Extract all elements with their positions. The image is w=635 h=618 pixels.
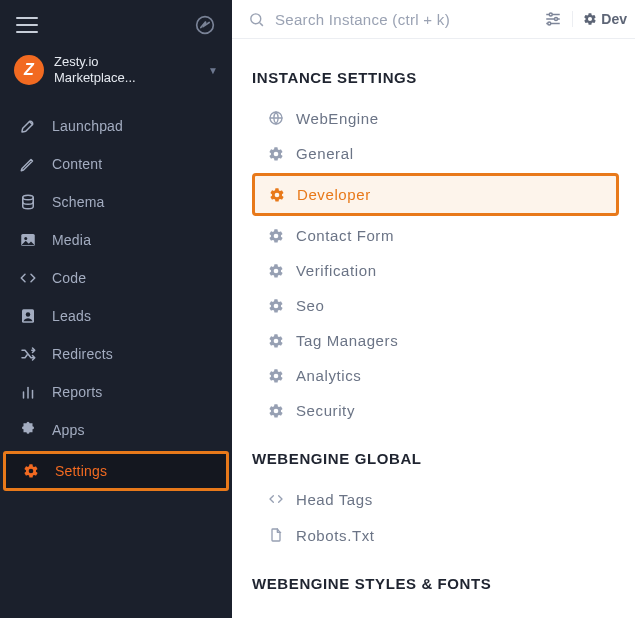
sidebar: Z Zesty.io Marketplace... ▼ LaunchpadCon… (0, 0, 232, 618)
gear-icon (268, 403, 284, 419)
settings-list: Head TagsRobots.Txt (252, 481, 619, 553)
sidebar-item-content[interactable]: Content (0, 145, 232, 183)
svg-point-1 (23, 195, 34, 200)
svg-line-10 (260, 22, 263, 25)
org-logo-icon: Z (14, 55, 44, 85)
settings-item-security[interactable]: Security (252, 393, 619, 428)
sidebar-item-label: Content (52, 156, 102, 172)
hamburger-icon[interactable] (16, 17, 38, 33)
gear-icon (268, 228, 284, 244)
search-input[interactable] (275, 11, 534, 28)
sidebar-item-label: Code (52, 270, 86, 286)
globe-icon (268, 109, 284, 127)
settings-item-head-tags[interactable]: Head Tags (252, 481, 619, 517)
search-icon (248, 11, 265, 28)
sidebar-item-apps[interactable]: Apps (0, 411, 232, 449)
settings-item-robots-txt[interactable]: Robots.Txt (252, 517, 619, 553)
org-switcher[interactable]: Z Zesty.io Marketplace... ▼ (0, 46, 232, 101)
section-title: WEBENGINE STYLES & FONTS (252, 575, 619, 592)
settings-list: Styles (252, 606, 619, 618)
settings-item-verification[interactable]: Verification (252, 253, 619, 288)
settings-item-label: Developer (297, 186, 371, 203)
code-icon (18, 269, 38, 287)
sidebar-item-redirects[interactable]: Redirects (0, 335, 232, 373)
sidebar-item-settings[interactable]: Settings (3, 451, 229, 491)
sidebar-item-reports[interactable]: Reports (0, 373, 232, 411)
settings-item-developer[interactable]: Developer (252, 173, 619, 216)
settings-item-label: Analytics (296, 367, 361, 384)
main: Dev INSTANCE SETTINGSWebEngineGeneralDev… (232, 0, 635, 618)
svg-point-3 (24, 237, 27, 240)
settings-item-label: Tag Managers (296, 332, 398, 349)
sidebar-item-launchpad[interactable]: Launchpad (0, 107, 232, 145)
gear-icon (268, 263, 284, 279)
org-text: Zesty.io Marketplace... (54, 54, 198, 87)
svg-point-5 (26, 312, 31, 317)
section-title: INSTANCE SETTINGS (252, 69, 619, 86)
gear-icon (21, 463, 41, 479)
sidebar-mini-logo-icon (194, 14, 216, 36)
svg-point-12 (550, 13, 553, 16)
settings-item-analytics[interactable]: Analytics (252, 358, 619, 393)
settings-item-webengine[interactable]: WebEngine (252, 100, 619, 136)
settings-item-general[interactable]: General (252, 136, 619, 171)
svg-point-16 (548, 22, 551, 25)
topbar: Dev (232, 0, 635, 39)
svg-point-14 (555, 18, 558, 21)
sidebar-item-media[interactable]: Media (0, 221, 232, 259)
sidebar-item-code[interactable]: Code (0, 259, 232, 297)
filters-icon[interactable] (544, 10, 562, 28)
database-icon (18, 193, 38, 211)
settings-item-tag-managers[interactable]: Tag Managers (252, 323, 619, 358)
gear-icon (268, 146, 284, 162)
sidebar-item-label: Leads (52, 308, 91, 324)
code-icon (268, 490, 284, 508)
settings-item-label: Verification (296, 262, 377, 279)
svg-point-9 (251, 13, 261, 23)
org-name: Zesty.io (54, 54, 198, 70)
settings-item-label: Seo (296, 297, 325, 314)
settings-item-label: Head Tags (296, 491, 373, 508)
gear-icon (268, 333, 284, 349)
sidebar-item-label: Settings (55, 463, 107, 479)
rocket-icon (18, 117, 38, 135)
puzzle-icon (18, 421, 38, 439)
org-subtitle: Marketplace... (54, 70, 198, 86)
sidebar-top (0, 0, 232, 46)
settings-item-label: WebEngine (296, 110, 379, 127)
settings-item-contact-form[interactable]: Contact Form (252, 218, 619, 253)
settings-item-label: General (296, 145, 354, 162)
settings-item-label: Security (296, 402, 355, 419)
contact-icon (18, 307, 38, 325)
gear-icon (268, 298, 284, 314)
search-wrap (248, 11, 534, 28)
settings-list: WebEngineGeneralDeveloperContact FormVer… (252, 100, 619, 428)
settings-item-label: Robots.Txt (296, 527, 375, 544)
settings-item-seo[interactable]: Seo (252, 288, 619, 323)
sidebar-item-label: Launchpad (52, 118, 123, 134)
settings-item-styles[interactable]: Styles (252, 606, 619, 618)
pencil-icon (18, 155, 38, 173)
section-title: WEBENGINE GLOBAL (252, 450, 619, 467)
file-icon (268, 526, 284, 544)
gear-icon (268, 368, 284, 384)
sidebar-item-schema[interactable]: Schema (0, 183, 232, 221)
image-icon (18, 231, 38, 249)
settings-item-label: Contact Form (296, 227, 394, 244)
settings-content: INSTANCE SETTINGSWebEngineGeneralDevelop… (232, 39, 635, 618)
top-dev-tab[interactable]: Dev (572, 11, 627, 27)
sidebar-nav: LaunchpadContentSchemaMediaCodeLeadsRedi… (0, 101, 232, 493)
sidebar-item-leads[interactable]: Leads (0, 297, 232, 335)
bars-icon (18, 383, 38, 401)
sidebar-item-label: Schema (52, 194, 105, 210)
sidebar-item-label: Redirects (52, 346, 113, 362)
top-dev-label: Dev (601, 11, 627, 27)
gear-icon (269, 187, 285, 203)
sidebar-item-label: Media (52, 232, 91, 248)
sidebar-item-label: Apps (52, 422, 85, 438)
chevron-down-icon: ▼ (208, 65, 218, 76)
sidebar-item-label: Reports (52, 384, 102, 400)
shuffle-icon (18, 345, 38, 363)
